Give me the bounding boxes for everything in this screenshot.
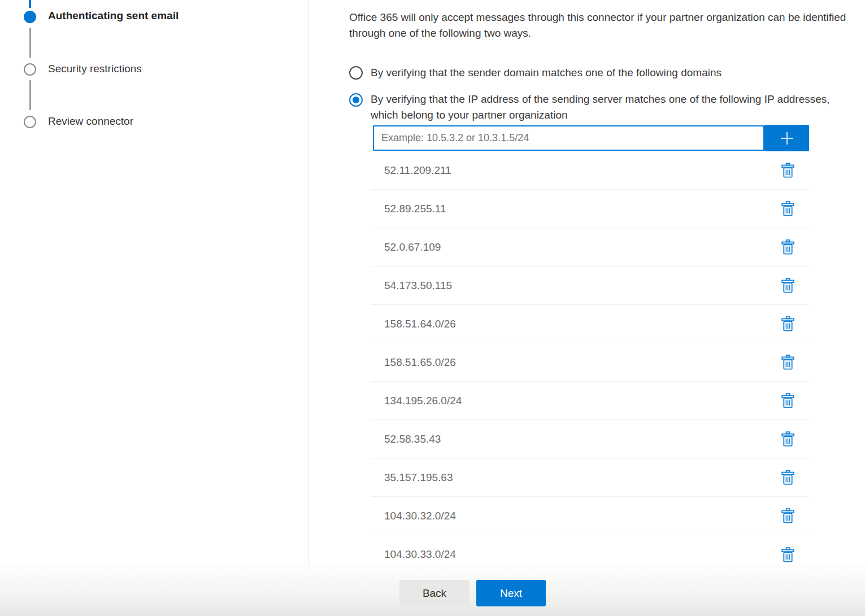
ip-list-item: 52.58.35.43 bbox=[371, 420, 809, 458]
step-current-dot bbox=[24, 11, 36, 23]
ip-list-item: 52.0.67.109 bbox=[371, 228, 809, 267]
delete-ip-button[interactable] bbox=[779, 545, 797, 565]
next-button[interactable]: Next bbox=[476, 580, 546, 606]
trash-icon bbox=[781, 393, 794, 408]
radio-option-label: By verifying that the sender domain matc… bbox=[371, 65, 840, 81]
step-label: Security restrictions bbox=[48, 63, 142, 75]
radio-option-sender-domain[interactable]: By verifying that the sender domain matc… bbox=[349, 66, 840, 81]
ip-address-value: 104.30.33.0/24 bbox=[371, 548, 779, 561]
delete-ip-button[interactable] bbox=[779, 199, 797, 219]
delete-ip-button[interactable] bbox=[779, 314, 797, 334]
delete-ip-button[interactable] bbox=[779, 237, 797, 257]
radio-option-label: By verifying that the IP address of the … bbox=[371, 91, 834, 123]
step-upcoming-circle bbox=[24, 116, 36, 128]
trash-icon bbox=[781, 355, 794, 370]
wizard-footer: Back Next bbox=[0, 566, 865, 616]
radio-option-ip-address[interactable]: By verifying that the IP address of the … bbox=[349, 93, 834, 123]
ip-list-item: 104.30.33.0/24 bbox=[371, 535, 809, 566]
ip-list-item: 134.195.26.0/24 bbox=[371, 382, 809, 420]
radio-selected-icon[interactable] bbox=[349, 93, 363, 107]
ip-address-value: 158.51.65.0/26 bbox=[371, 356, 779, 369]
stepper-connector-top bbox=[29, 0, 31, 8]
ip-address-value: 104.30.32.0/24 bbox=[371, 510, 779, 522]
trash-icon bbox=[781, 239, 794, 255]
delete-ip-button[interactable] bbox=[779, 429, 797, 449]
ip-list-item: 35.157.195.63 bbox=[371, 458, 809, 497]
ip-address-value: 134.195.26.0/24 bbox=[371, 395, 779, 407]
ip-address-value: 54.173.50.115 bbox=[371, 279, 779, 292]
stepper-connector bbox=[29, 28, 31, 58]
delete-ip-button[interactable] bbox=[779, 160, 797, 180]
trash-icon bbox=[781, 508, 794, 523]
ip-list-item: 52.11.209.211 bbox=[371, 151, 809, 190]
ip-address-value: 52.0.67.109 bbox=[371, 241, 779, 254]
radio-unselected-icon[interactable] bbox=[349, 66, 363, 80]
delete-ip-button[interactable] bbox=[779, 276, 797, 295]
trash-icon bbox=[781, 316, 794, 331]
plus-icon bbox=[779, 130, 796, 147]
ip-list-item: 52.89.255.11 bbox=[371, 190, 809, 228]
delete-ip-button[interactable] bbox=[779, 391, 797, 410]
trash-icon bbox=[781, 547, 794, 562]
stepper-connector bbox=[29, 80, 31, 110]
trash-icon bbox=[781, 431, 794, 447]
delete-ip-button[interactable] bbox=[779, 506, 797, 526]
back-button[interactable]: Back bbox=[399, 580, 470, 606]
trash-icon bbox=[781, 163, 794, 178]
ip-address-list: 52.11.209.211 52.89.255.11 bbox=[371, 151, 809, 566]
trash-icon bbox=[781, 470, 794, 485]
ip-address-value: 52.89.255.11 bbox=[371, 203, 779, 215]
ip-address-value: 35.157.195.63 bbox=[371, 471, 779, 484]
ip-address-value: 52.58.35.43 bbox=[371, 433, 779, 445]
add-ip-button[interactable] bbox=[764, 125, 809, 151]
ip-list-item: 158.51.65.0/26 bbox=[371, 343, 809, 382]
step-label: Authenticating sent email bbox=[48, 10, 179, 22]
step-upcoming-circle bbox=[24, 63, 36, 76]
step-label: Review connector bbox=[48, 115, 133, 128]
intro-text: Office 365 will only accept messages thr… bbox=[349, 10, 863, 41]
ip-address-input[interactable] bbox=[373, 125, 764, 151]
trash-icon bbox=[781, 278, 794, 293]
wizard-stepper-pane: Authenticating sent email Security restr… bbox=[0, 0, 308, 566]
ip-address-value: 158.51.64.0/26 bbox=[371, 318, 779, 330]
ip-list-item: 104.30.32.0/24 bbox=[371, 497, 809, 535]
wizard-content-pane: Office 365 will only accept messages thr… bbox=[309, 0, 865, 566]
ip-list-item: 158.51.64.0/26 bbox=[371, 305, 809, 343]
ip-address-value: 52.11.209.211 bbox=[371, 164, 779, 177]
delete-ip-button[interactable] bbox=[779, 352, 797, 372]
ip-list-item: 54.173.50.115 bbox=[371, 267, 809, 305]
trash-icon bbox=[781, 201, 794, 216]
delete-ip-button[interactable] bbox=[779, 468, 797, 487]
